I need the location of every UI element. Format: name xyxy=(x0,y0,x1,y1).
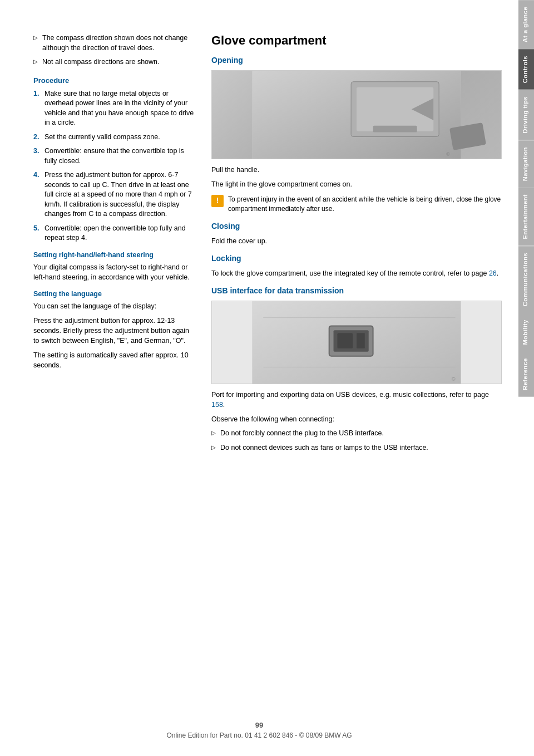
closing-text: Fold the cover up. xyxy=(211,236,502,246)
usb-text2: Observe the following when connecting: xyxy=(211,414,502,424)
glove-compartment-image: © xyxy=(211,70,502,159)
opening-text2: The light in the glove compartment comes… xyxy=(211,179,502,189)
sidebar-tab-controls[interactable]: Controls xyxy=(518,49,534,90)
setting-language-heading: Setting the language xyxy=(33,290,195,298)
procedure-list: 1. Make sure that no large metal objects… xyxy=(33,89,195,243)
sidebar: At a glance Controls Driving tips Naviga… xyxy=(518,0,534,756)
procedure-step-4: 4. Press the adjustment button for appro… xyxy=(33,170,195,219)
locking-text: To lock the glove compartment, use the i… xyxy=(211,268,502,278)
procedure-step-1: 1. Make sure that no large metal objects… xyxy=(33,89,195,128)
page-footer: 99 Online Edition for Part no. 01 41 2 6… xyxy=(0,721,518,739)
usb-text1: Port for importing and exporting data on… xyxy=(211,390,502,410)
section-title: Glove compartment xyxy=(211,33,502,48)
sidebar-tab-mobility[interactable]: Mobility xyxy=(518,313,534,352)
usb-heading: USB interface for data transmission xyxy=(211,286,502,295)
usb-bullets: Do not forcibly connect the plug to the … xyxy=(211,429,502,453)
intro-bullets: The compass direction shown does not cha… xyxy=(33,33,195,67)
sidebar-tab-entertainment[interactable]: Entertainment xyxy=(518,188,534,246)
procedure-step-3: 3. Convertible: ensure that the converti… xyxy=(33,146,195,166)
bullet-item: The compass direction shown does not cha… xyxy=(33,33,195,53)
setting-language-text1: You can set the language of the display: xyxy=(33,301,195,311)
svg-rect-12 xyxy=(357,333,365,348)
sidebar-tab-navigation[interactable]: Navigation xyxy=(518,140,534,188)
svg-rect-5 xyxy=(373,126,417,132)
svg-text:©: © xyxy=(452,376,456,382)
locking-heading: Locking xyxy=(211,254,502,263)
right-column: Glove compartment Opening xyxy=(211,33,502,723)
opening-heading: Opening xyxy=(211,56,502,65)
usb-bullet-1: Do not forcibly connect the plug to the … xyxy=(211,429,502,439)
procedure-step-2: 2. Set the currently valid compass zone. xyxy=(33,132,195,143)
setting-language-text2: Press the adjustment button for approx. … xyxy=(33,316,195,346)
usb-svg: © xyxy=(212,301,501,384)
usb-page-ref[interactable]: 158 xyxy=(211,401,223,409)
glove-svg: © xyxy=(212,71,501,159)
sidebar-tab-communications[interactable]: Communications xyxy=(518,246,534,313)
setting-language-text3: The setting is automatically saved after… xyxy=(33,350,195,370)
setting-steering-text: Your digital compass is factory-set to r… xyxy=(33,262,195,282)
usb-bullet-2: Do not connect devices such as fans or l… xyxy=(211,443,502,453)
page-number: 99 xyxy=(0,721,518,729)
footer-text: Online Edition for Part no. 01 41 2 602 … xyxy=(166,732,352,739)
warning-text: To prevent injury in the event of an acc… xyxy=(228,195,502,214)
glove-image-content: © xyxy=(212,71,501,159)
usb-interface-image: © xyxy=(211,301,502,384)
svg-rect-11 xyxy=(337,333,353,348)
procedure-step-5: 5. Convertible: open the convertible top… xyxy=(33,224,195,243)
left-column: The compass direction shown does not cha… xyxy=(33,33,195,723)
setting-steering-heading: Setting right-hand/left-hand steering xyxy=(33,251,195,259)
warning-icon: ! xyxy=(211,195,224,207)
opening-text1: Pull the handle. xyxy=(211,165,502,175)
closing-heading: Closing xyxy=(211,222,502,230)
sidebar-tab-at-a-glance[interactable]: At a glance xyxy=(518,0,534,49)
sidebar-tab-driving-tips[interactable]: Driving tips xyxy=(518,90,534,140)
locking-page-ref[interactable]: 26 xyxy=(489,269,497,277)
svg-text:©: © xyxy=(446,151,450,157)
procedure-heading: Procedure xyxy=(33,76,195,85)
bullet-item: Not all compass directions are shown. xyxy=(33,57,195,67)
sidebar-tab-reference[interactable]: Reference xyxy=(518,351,534,397)
warning-box: ! To prevent injury in the event of an a… xyxy=(211,195,502,214)
